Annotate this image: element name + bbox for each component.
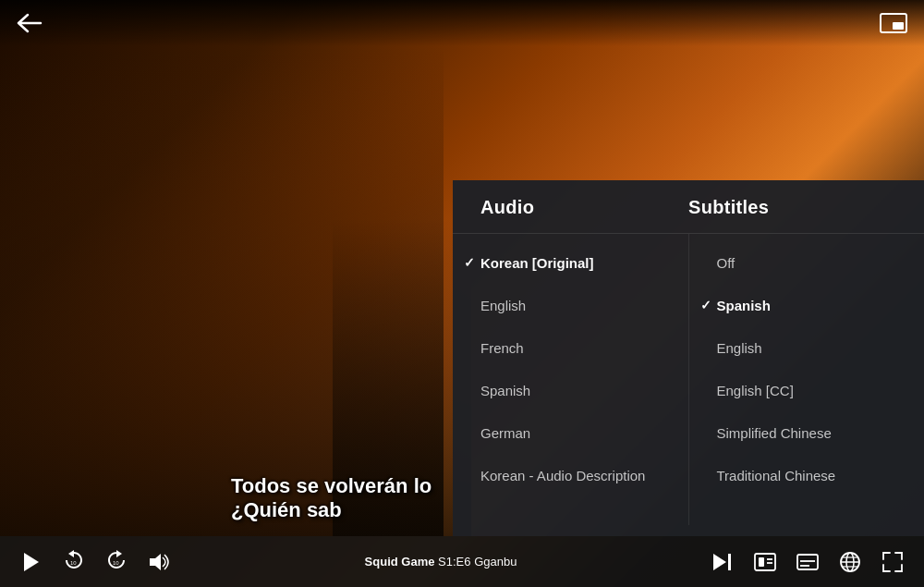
bottom-controls-right <box>708 547 907 577</box>
audio-button[interactable] <box>835 547 865 577</box>
episode-title: Gganbu <box>474 555 517 569</box>
audio-item-german[interactable]: German <box>453 411 688 454</box>
subtitles-button[interactable] <box>793 547 822 577</box>
audio-item-label: Korean [Original] <box>480 255 594 271</box>
bottom-bar: 10 10 Squid Game S1:E6 Gganbu <box>0 536 924 587</box>
audio-column: ✓ Korean [Original] English French Spani… <box>453 234 689 525</box>
forward-10-button[interactable]: 10 <box>102 547 131 577</box>
audio-item-french[interactable]: French <box>453 326 688 369</box>
panel-body: ✓ Korean [Original] English French Spani… <box>453 234 924 534</box>
svg-text:10: 10 <box>70 560 77 566</box>
svg-marker-5 <box>150 554 161 570</box>
audio-item-korean-original[interactable]: ✓ Korean [Original] <box>453 241 688 284</box>
svg-rect-7 <box>728 554 731 570</box>
svg-marker-6 <box>713 554 726 570</box>
subtitle-item-traditional-chinese[interactable]: Traditional Chinese <box>689 454 925 496</box>
subtitle-item-label: Traditional Chinese <box>717 468 836 483</box>
panel-header: Audio Subtitles <box>453 180 924 234</box>
subtitle-item-label: English [CC] <box>717 383 794 398</box>
top-bar <box>0 0 924 46</box>
show-title: Squid Game <box>365 555 435 569</box>
next-episode-button[interactable] <box>708 547 737 577</box>
svg-rect-9 <box>759 557 764 567</box>
subtitles-column: Off ✓ Spanish English English [CC] Simpl… <box>689 234 925 525</box>
subtitle-item-off[interactable]: Off <box>689 241 925 284</box>
play-button[interactable] <box>17 547 46 577</box>
audio-item-label: French <box>480 340 524 356</box>
subtitle-item-spanish[interactable]: ✓ Spanish <box>689 284 925 326</box>
episode-season: S1:E6 <box>438 555 470 569</box>
audio-item-spanish[interactable]: Spanish <box>453 369 688 411</box>
audio-item-label: English <box>480 298 526 313</box>
audio-subtitles-panel: Audio Subtitles ✓ Korean [Original] Engl… <box>453 180 924 536</box>
svg-marker-2 <box>24 553 39 571</box>
check-icon: ✓ <box>700 298 711 312</box>
subtitle-item-label: Spanish <box>717 298 771 313</box>
replay-10-button[interactable]: 10 <box>59 547 89 577</box>
episodes-button[interactable] <box>750 547 780 577</box>
audio-item-label: Spanish <box>480 383 530 398</box>
svg-text:10: 10 <box>113 560 119 566</box>
show-info: Squid Game S1:E6 Gganbu <box>174 555 708 569</box>
pip-button[interactable] <box>880 13 907 33</box>
audio-item-korean-ad[interactable]: Korean - Audio Description <box>453 454 688 496</box>
subtitles-header: Subtitles <box>688 197 896 218</box>
audio-header: Audio <box>480 197 688 218</box>
subtitle-item-simplified-chinese[interactable]: Simplified Chinese <box>689 411 925 454</box>
svg-rect-8 <box>755 554 775 570</box>
subtitle-item-label: English <box>717 340 762 356</box>
subtitle-item-english[interactable]: English <box>689 326 925 369</box>
back-button[interactable] <box>17 13 43 33</box>
subtitle-item-label: Simplified Chinese <box>717 425 832 441</box>
audio-item-english[interactable]: English <box>453 284 688 326</box>
scene-figure-right <box>333 139 471 536</box>
svg-rect-1 <box>893 22 904 30</box>
volume-button[interactable] <box>144 547 174 577</box>
audio-item-label: German <box>480 425 530 441</box>
check-icon: ✓ <box>464 255 475 270</box>
bottom-controls-left: 10 10 <box>17 547 174 577</box>
audio-item-label: Korean - Audio Description <box>480 468 645 483</box>
subtitle-item-english-cc[interactable]: English [CC] <box>689 369 925 411</box>
subtitle-item-label: Off <box>717 255 736 271</box>
svg-rect-12 <box>797 555 818 569</box>
fullscreen-button[interactable] <box>878 547 907 577</box>
